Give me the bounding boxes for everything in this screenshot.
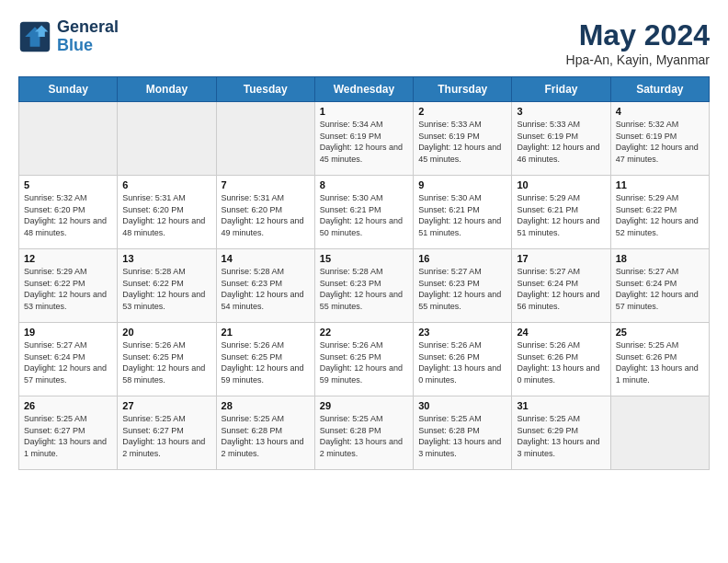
calendar-cell: 19Sunrise: 5:27 AMSunset: 6:24 PMDayligh… [19,323,118,396]
day-number: 3 [517,106,605,117]
calendar-cell: 3Sunrise: 5:33 AMSunset: 6:19 PMDaylight… [512,102,610,176]
day-number: 1 [320,106,408,117]
calendar-cell: 16Sunrise: 5:27 AMSunset: 6:23 PMDayligh… [414,249,512,323]
calendar-cell: 2Sunrise: 5:33 AMSunset: 6:19 PMDaylight… [414,102,512,176]
day-info: Sunrise: 5:25 AMSunset: 6:26 PMDaylight:… [616,339,704,385]
calendar-cell: 6Sunrise: 5:31 AMSunset: 6:20 PMDaylight… [118,176,216,249]
day-info: Sunrise: 5:25 AMSunset: 6:29 PMDaylight:… [517,413,605,459]
day-number: 9 [418,179,506,190]
calendar-cell: 21Sunrise: 5:26 AMSunset: 6:25 PMDayligh… [216,323,314,396]
day-header-wednesday: Wednesday [314,77,413,102]
logo-icon [18,20,51,53]
day-number: 14 [222,253,310,264]
day-info: Sunrise: 5:25 AMSunset: 6:27 PMDaylight:… [122,413,210,459]
calendar-cell: 23Sunrise: 5:26 AMSunset: 6:26 PMDayligh… [414,323,512,396]
day-info: Sunrise: 5:27 AMSunset: 6:24 PMDaylight:… [517,266,605,312]
day-number: 10 [517,179,605,190]
day-info: Sunrise: 5:32 AMSunset: 6:19 PMDaylight:… [616,119,704,165]
day-number: 15 [320,253,408,264]
day-info: Sunrise: 5:25 AMSunset: 6:28 PMDaylight:… [418,413,506,459]
calendar-cell [610,396,709,470]
day-number: 17 [517,253,605,264]
day-number: 6 [122,179,210,190]
day-info: Sunrise: 5:28 AMSunset: 6:23 PMDaylight:… [320,266,408,312]
day-info: Sunrise: 5:26 AMSunset: 6:25 PMDaylight:… [222,339,310,385]
day-info: Sunrise: 5:31 AMSunset: 6:20 PMDaylight:… [122,192,210,238]
day-number: 16 [418,253,506,264]
day-info: Sunrise: 5:31 AMSunset: 6:20 PMDaylight:… [222,192,310,238]
main-title: May 2024 [566,18,710,52]
day-header-thursday: Thursday [414,77,512,102]
day-number: 21 [222,327,310,338]
day-info: Sunrise: 5:29 AMSunset: 6:22 PMDaylight:… [616,192,704,238]
calendar-cell: 25Sunrise: 5:25 AMSunset: 6:26 PMDayligh… [610,323,709,396]
day-info: Sunrise: 5:27 AMSunset: 6:24 PMDaylight:… [24,339,112,385]
calendar-cell: 13Sunrise: 5:28 AMSunset: 6:22 PMDayligh… [118,249,216,323]
calendar-cell: 20Sunrise: 5:26 AMSunset: 6:25 PMDayligh… [118,323,216,396]
calendar-cell [216,102,314,176]
day-number: 19 [24,327,112,338]
day-number: 12 [24,253,112,264]
day-number: 20 [122,327,210,338]
calendar-body: 1Sunrise: 5:34 AMSunset: 6:19 PMDaylight… [19,102,710,470]
calendar-cell [19,102,118,176]
day-header-friday: Friday [512,77,610,102]
header: General Blue May 2024 Hpa-An, Kayin, Mya… [18,18,710,67]
calendar-cell: 7Sunrise: 5:31 AMSunset: 6:20 PMDaylight… [216,176,314,249]
day-number: 23 [418,327,506,338]
day-header-sunday: Sunday [19,77,118,102]
calendar-cell: 18Sunrise: 5:27 AMSunset: 6:24 PMDayligh… [610,249,709,323]
calendar-cell: 1Sunrise: 5:34 AMSunset: 6:19 PMDaylight… [314,102,413,176]
day-number: 25 [616,327,704,338]
day-info: Sunrise: 5:26 AMSunset: 6:26 PMDaylight:… [418,339,506,385]
day-number: 31 [517,400,605,411]
day-info: Sunrise: 5:30 AMSunset: 6:21 PMDaylight:… [418,192,506,238]
day-info: Sunrise: 5:25 AMSunset: 6:27 PMDaylight:… [24,413,112,459]
day-info: Sunrise: 5:25 AMSunset: 6:28 PMDaylight:… [222,413,310,459]
day-number: 4 [616,106,704,117]
day-number: 27 [122,400,210,411]
day-header-saturday: Saturday [610,77,709,102]
calendar-cell: 9Sunrise: 5:30 AMSunset: 6:21 PMDaylight… [414,176,512,249]
day-info: Sunrise: 5:32 AMSunset: 6:20 PMDaylight:… [24,192,112,238]
calendar-cell: 11Sunrise: 5:29 AMSunset: 6:22 PMDayligh… [610,176,709,249]
day-number: 5 [24,179,112,190]
calendar-cell: 17Sunrise: 5:27 AMSunset: 6:24 PMDayligh… [512,249,610,323]
logo: General Blue [18,18,119,55]
day-header-tuesday: Tuesday [216,77,314,102]
calendar-cell: 28Sunrise: 5:25 AMSunset: 6:28 PMDayligh… [216,396,314,470]
day-number: 30 [418,400,506,411]
day-number: 13 [122,253,210,264]
day-header-monday: Monday [118,77,216,102]
day-number: 2 [418,106,506,117]
day-number: 28 [222,400,310,411]
calendar-cell: 4Sunrise: 5:32 AMSunset: 6:19 PMDaylight… [610,102,709,176]
calendar-week-5: 26Sunrise: 5:25 AMSunset: 6:27 PMDayligh… [19,396,710,470]
calendar-week-3: 12Sunrise: 5:29 AMSunset: 6:22 PMDayligh… [19,249,710,323]
calendar-cell: 27Sunrise: 5:25 AMSunset: 6:27 PMDayligh… [118,396,216,470]
day-number: 24 [517,327,605,338]
day-info: Sunrise: 5:26 AMSunset: 6:25 PMDaylight:… [320,339,408,385]
day-number: 29 [320,400,408,411]
day-info: Sunrise: 5:33 AMSunset: 6:19 PMDaylight:… [517,119,605,165]
day-info: Sunrise: 5:29 AMSunset: 6:22 PMDaylight:… [24,266,112,312]
day-number: 7 [222,179,310,190]
calendar-cell: 22Sunrise: 5:26 AMSunset: 6:25 PMDayligh… [314,323,413,396]
calendar-cell: 12Sunrise: 5:29 AMSunset: 6:22 PMDayligh… [19,249,118,323]
day-info: Sunrise: 5:28 AMSunset: 6:23 PMDaylight:… [222,266,310,312]
day-number: 11 [616,179,704,190]
day-number: 18 [616,253,704,264]
day-info: Sunrise: 5:27 AMSunset: 6:24 PMDaylight:… [616,266,704,312]
day-number: 26 [24,400,112,411]
calendar-cell: 29Sunrise: 5:25 AMSunset: 6:28 PMDayligh… [314,396,413,470]
title-area: May 2024 Hpa-An, Kayin, Myanmar [566,18,710,67]
calendar-week-4: 19Sunrise: 5:27 AMSunset: 6:24 PMDayligh… [19,323,710,396]
subtitle: Hpa-An, Kayin, Myanmar [566,52,710,67]
calendar-header-row: SundayMondayTuesdayWednesdayThursdayFrid… [19,77,710,102]
day-info: Sunrise: 5:29 AMSunset: 6:21 PMDaylight:… [517,192,605,238]
day-info: Sunrise: 5:34 AMSunset: 6:19 PMDaylight:… [320,119,408,165]
day-info: Sunrise: 5:33 AMSunset: 6:19 PMDaylight:… [418,119,506,165]
calendar-cell: 10Sunrise: 5:29 AMSunset: 6:21 PMDayligh… [512,176,610,249]
day-info: Sunrise: 5:30 AMSunset: 6:21 PMDaylight:… [320,192,408,238]
day-info: Sunrise: 5:27 AMSunset: 6:23 PMDaylight:… [418,266,506,312]
